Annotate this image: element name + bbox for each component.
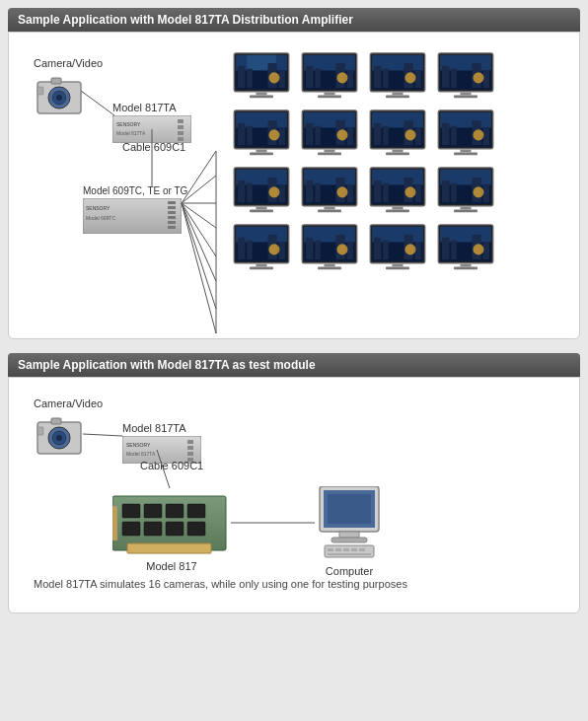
monitor-15 [367,224,428,271]
svg-rect-102 [392,150,403,153]
section2-diagram: Camera/Video Model 817TA [8,377,580,613]
svg-point-51 [336,72,347,83]
svg-rect-120 [279,184,285,202]
svg-rect-87 [306,123,313,145]
svg-rect-72 [460,93,471,96]
diag1-container: Camera/Video Model 817TA [24,47,564,324]
svg-rect-53 [318,95,341,98]
svg-rect-48 [315,69,321,88]
svg-text:SENSORY: SENSORY [126,442,151,448]
svg-rect-217 [112,506,117,541]
svg-rect-130 [347,184,353,202]
svg-rect-112 [460,150,471,153]
svg-rect-227 [351,548,357,551]
svg-point-171 [336,244,347,254]
svg-rect-204 [187,446,193,450]
svg-rect-148 [451,183,457,202]
svg-rect-18 [168,211,176,214]
svg-rect-16 [168,201,176,204]
monitor-10 [299,167,360,214]
svg-rect-228 [359,548,365,551]
diag2-camera-icon [34,412,85,460]
diag2-cable609c1-label: Cable 609C1 [140,460,203,471]
svg-rect-183 [386,266,409,269]
section2-header: Sample Application with Model 817TA as t… [8,353,580,377]
svg-point-197 [56,435,62,441]
svg-rect-158 [247,241,253,259]
svg-rect-70 [483,70,489,88]
model817-section: Model 817 [112,486,231,572]
svg-rect-113 [454,152,478,155]
section1-header: Sample Application with Model 817TA Dist… [8,8,580,32]
svg-point-161 [268,244,279,254]
svg-rect-216 [187,522,205,536]
cable609c1-section: Cable 609C1 [122,141,185,153]
svg-rect-187 [442,238,449,259]
svg-point-101 [404,129,415,140]
monitor-4 [435,52,496,100]
monitor-9 [231,167,292,214]
model609tc-section: Model 609TC, TE or TG SENSORY Model 609T… [83,185,187,237]
svg-rect-57 [374,66,381,88]
svg-point-3 [56,95,62,101]
svg-rect-37 [250,95,273,98]
svg-rect-199 [37,427,43,435]
svg-rect-88 [315,126,321,145]
svg-text:SENSORY: SENSORY [116,121,141,127]
svg-point-181 [404,244,415,254]
monitor-14 [299,224,360,271]
monitor-grid [231,52,499,277]
svg-rect-103 [386,152,409,155]
svg-rect-108 [451,126,457,145]
svg-point-91 [336,129,347,140]
svg-rect-122 [256,207,266,210]
monitor-8 [435,109,496,157]
svg-rect-118 [247,183,253,202]
svg-rect-222 [331,538,367,542]
svg-rect-188 [451,241,457,259]
svg-rect-40 [247,69,253,88]
svg-rect-163 [250,266,273,269]
diag2-camera-label: Camera/Video [34,397,103,409]
diag1-right [221,47,564,277]
monitor-2 [299,52,360,100]
svg-rect-192 [460,264,471,267]
monitor-11 [367,167,428,214]
section1-title: Sample Application with Model 817TA Dist… [18,13,353,27]
svg-point-131 [336,186,347,197]
svg-rect-143 [386,209,409,212]
svg-rect-98 [383,126,389,145]
svg-rect-182 [392,264,403,267]
section2-note: Model 817TA simulates 16 cameras, while … [24,570,564,598]
computer-section: Computer [310,486,389,577]
svg-rect-220 [328,494,371,524]
svg-rect-214 [144,522,162,536]
svg-rect-60 [415,70,421,88]
svg-rect-10 [178,125,184,129]
svg-rect-110 [483,127,489,145]
svg-rect-162 [256,264,266,267]
diag2-content: Camera/Video Model 817TA [24,393,564,570]
svg-rect-50 [347,70,353,88]
svg-rect-128 [315,183,321,202]
svg-rect-198 [51,418,61,424]
computer-label: Computer [310,565,389,577]
monitor-5 [231,109,292,157]
diag2-camera-section: Camera/Video [34,397,103,463]
svg-rect-178 [383,241,389,259]
svg-rect-97 [374,123,381,145]
svg-rect-172 [324,264,334,267]
svg-rect-150 [483,184,489,202]
computer-icon [310,486,389,560]
monitor-6 [299,109,360,157]
svg-rect-5 [37,87,43,95]
svg-rect-193 [454,266,478,269]
svg-rect-58 [383,69,389,88]
svg-rect-78 [247,126,253,145]
svg-rect-52 [324,93,334,96]
svg-rect-133 [318,209,341,212]
model817ta-device: SENSORY Model 817TA [112,115,191,143]
svg-rect-42 [279,70,285,88]
svg-rect-21 [168,226,176,229]
svg-rect-226 [343,548,349,551]
